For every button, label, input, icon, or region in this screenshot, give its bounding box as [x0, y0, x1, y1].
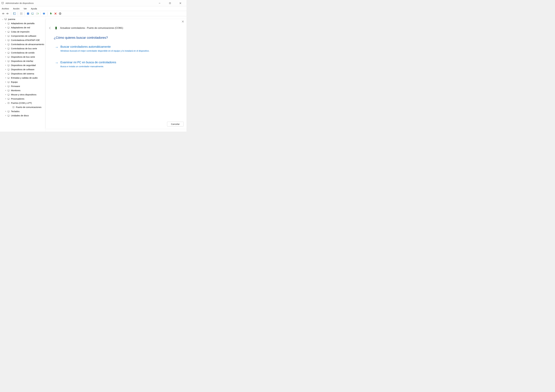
tree-item[interactable]: >Equipo: [1, 80, 45, 84]
dialog-back-button[interactable]: [48, 26, 52, 30]
device-tree[interactable]: ⌄ juanma >Adaptadores de pantalla>Adapta…: [0, 16, 46, 132]
nav-back-button[interactable]: [1, 12, 5, 15]
menu-ver[interactable]: Ver: [23, 7, 27, 10]
chevron-right-icon[interactable]: >: [4, 56, 7, 58]
tree-item[interactable]: >Monitores: [1, 88, 45, 93]
svg-rect-44: [8, 45, 9, 45]
titlebar: Administrador de dispositivos: [0, 0, 186, 6]
chevron-right-icon[interactable]: >: [4, 31, 7, 33]
tree-item-label: Entradas y salidas de audio: [11, 77, 37, 79]
install-driver-button[interactable]: [49, 12, 53, 15]
chevron-right-icon[interactable]: >: [4, 81, 7, 83]
dialog-header: Actualizar controladores - Puerto de com…: [46, 19, 186, 32]
properties-button[interactable]: [19, 12, 23, 15]
svg-rect-66: [8, 91, 9, 91]
chevron-right-icon[interactable]: >: [4, 94, 7, 96]
disable-device-button[interactable]: [58, 12, 62, 15]
menu-accion[interactable]: Acción: [13, 7, 20, 10]
chevron-down-icon[interactable]: ⌄: [4, 102, 7, 104]
chevron-right-icon[interactable]: >: [4, 43, 7, 45]
tree-item-ports[interactable]: ⌄ Puertos (COM y LPT): [1, 101, 45, 105]
tree-item[interactable]: >Dispositivos del sistema: [1, 72, 45, 76]
window-title: Administrador de dispositivos: [6, 2, 156, 4]
chevron-right-icon[interactable]: >: [4, 98, 7, 100]
svg-rect-25: [43, 13, 45, 14]
chevron-right-icon[interactable]: >: [4, 85, 7, 87]
chevron-right-icon[interactable]: >: [4, 60, 7, 62]
chevron-right-icon[interactable]: >: [4, 22, 7, 24]
chevron-right-icon[interactable]: >: [4, 27, 7, 29]
tree-item[interactable]: >Dispositivos de software: [1, 67, 45, 72]
tree-item[interactable]: >Adaptadores de red: [1, 25, 45, 30]
scan-hardware-button[interactable]: [31, 12, 35, 15]
tree-item[interactable]: >Adaptadores de pantalla: [1, 21, 45, 25]
tree-item[interactable]: >Controladoras de almacenamiento: [1, 42, 45, 46]
tree-item[interactable]: >Dispositivos de seguridad: [1, 63, 45, 67]
tree-item[interactable]: >Firmware: [1, 84, 45, 88]
chevron-right-icon[interactable]: >: [4, 39, 7, 41]
option-search-automatically[interactable]: → Buscar controladores automáticamente W…: [54, 45, 181, 52]
chevron-right-icon[interactable]: >: [4, 115, 7, 116]
svg-point-3: [3, 2, 3, 2]
svg-rect-80: [8, 116, 9, 116]
chevron-right-icon[interactable]: >: [4, 68, 7, 71]
enable-device-button[interactable]: [42, 12, 46, 15]
option-browse-computer[interactable]: → Examinar mi PC en busca de controlador…: [54, 61, 181, 68]
tree-item[interactable]: >Teclados: [1, 109, 45, 113]
chevron-right-icon[interactable]: >: [4, 77, 7, 79]
svg-rect-0: [2, 2, 4, 4]
chevron-down-icon[interactable]: ⌄: [1, 18, 4, 20]
svg-rect-53: [8, 65, 9, 66]
uninstall-device-button[interactable]: [54, 12, 57, 15]
tree-item[interactable]: >Entradas y salidas de audio: [1, 76, 45, 80]
tree-item[interactable]: >Componentes de software: [1, 34, 45, 38]
svg-rect-26: [44, 14, 44, 15]
menu-ayuda[interactable]: Ayuda: [31, 7, 37, 10]
update-driver-button[interactable]: [35, 12, 39, 15]
close-button[interactable]: [177, 1, 183, 5]
chevron-right-icon[interactable]: >: [4, 89, 7, 91]
svg-rect-12: [14, 13, 14, 13]
tree-root[interactable]: ⌄ juanma: [1, 17, 45, 21]
show-hide-tree-button[interactable]: [13, 12, 16, 15]
tree-item[interactable]: >Procesadores: [1, 97, 45, 101]
cancel-button[interactable]: Cancelar: [167, 122, 183, 126]
device-category-icon: [7, 30, 10, 33]
svg-rect-46: [8, 49, 9, 49]
device-category-icon: [7, 89, 10, 92]
device-category-icon: [7, 110, 10, 113]
nav-forward-button[interactable]: [6, 12, 9, 15]
tree-item[interactable]: >Unidades de disco: [1, 113, 45, 118]
tree-item[interactable]: >Mouse y otros dispositivos: [1, 93, 45, 97]
svg-rect-42: [8, 41, 9, 41]
menu-archivo[interactable]: Archivo: [2, 7, 9, 10]
tree-item[interactable]: >Dispositivos de interfaz: [1, 59, 45, 63]
tree-item[interactable]: >Colas de impresión: [1, 30, 45, 34]
app-icon: [1, 2, 4, 5]
device-category-icon: [7, 85, 10, 88]
tree-item-port-child[interactable]: > Puerto de comunicaciones: [1, 105, 45, 109]
chevron-right-icon[interactable]: >: [4, 110, 7, 112]
device-category-icon: [7, 39, 10, 42]
chevron-right-icon[interactable]: >: [4, 48, 7, 50]
tree-item[interactable]: >Controladoras de sonido: [1, 51, 45, 55]
svg-rect-13: [14, 14, 14, 14]
minimize-button[interactable]: [156, 1, 163, 5]
chevron-right-icon[interactable]: >: [4, 52, 7, 54]
tree-item-label: Firmware: [11, 85, 20, 87]
tree-item[interactable]: >Controladoras de bus serie: [1, 46, 45, 51]
svg-rect-71: [8, 102, 9, 104]
help-button[interactable]: ?: [26, 12, 30, 15]
dialog-close-button[interactable]: [182, 21, 184, 22]
maximize-button[interactable]: [167, 1, 173, 5]
svg-rect-54: [8, 66, 9, 66]
chevron-right-icon[interactable]: >: [4, 35, 7, 37]
svg-rect-9: [7, 13, 7, 14]
device-category-icon: [7, 93, 10, 96]
tree-item[interactable]: >Dispositivos de bus serie: [1, 55, 45, 59]
tree-item[interactable]: >Controladoras ATA/ATAPI IDE: [1, 38, 45, 42]
chevron-right-icon[interactable]: >: [4, 73, 7, 75]
tree-item-label: Colas de impresión: [11, 30, 29, 33]
toolbar: ?: [0, 11, 186, 16]
chevron-right-icon[interactable]: >: [4, 64, 7, 66]
